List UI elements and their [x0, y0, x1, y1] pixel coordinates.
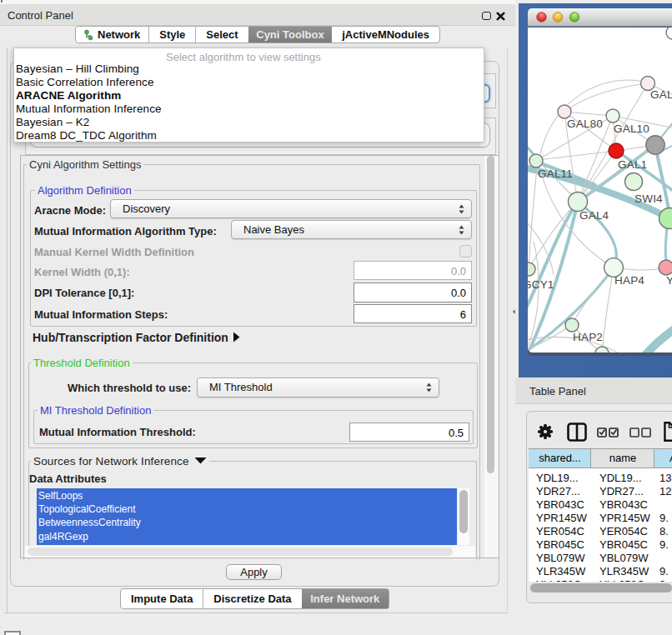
svg-text:SWI4: SWI4: [634, 192, 663, 205]
svg-text:GAL80: GAL80: [567, 118, 603, 130]
svg-text:Y: Y: [666, 274, 672, 287]
svg-text:HAP4: HAP4: [614, 274, 644, 287]
svg-text:GCY1: GCY1: [528, 278, 554, 291]
svg-text:GAL: GAL: [650, 88, 672, 101]
svg-text:GAL4: GAL4: [579, 209, 609, 222]
svg-text:GAL10: GAL10: [614, 122, 649, 135]
svg-text:HAP2: HAP2: [573, 331, 603, 343]
svg-text:GAL11: GAL11: [538, 168, 573, 180]
svg-text:GAL1: GAL1: [618, 158, 647, 171]
